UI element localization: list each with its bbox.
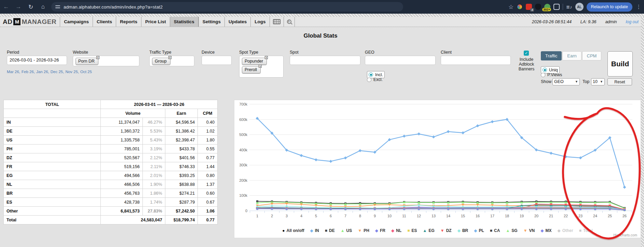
- browser-back-icon[interactable]: ←: [0, 3, 12, 10]
- uniq-label: Uniq: [549, 68, 558, 72]
- tab-price-list[interactable]: Price List: [141, 17, 170, 27]
- table-earn-col: Earn: [165, 109, 198, 118]
- browser-profile-avatar[interactable]: AL: [575, 3, 584, 11]
- cell-geo: US: [4, 136, 101, 145]
- browser-menu-icon[interactable]: ⋮: [635, 4, 642, 10]
- app-logo[interactable]: AD M MANAGER: [0, 17, 60, 27]
- cell-cpm: 1.06: [198, 207, 218, 216]
- legend-item-nl[interactable]: ◆NL: [391, 228, 401, 233]
- mode-earn-button[interactable]: Earn: [562, 51, 581, 60]
- quick-period-link[interactable]: Oct 25: [80, 70, 92, 74]
- server-datetime: 2026-03-26 08:51:44: [532, 19, 572, 24]
- url-text[interactable]: adman.alphatuber.com/admin/index.php?a=s…: [64, 4, 163, 10]
- geo-excl-radio[interactable]: Excl.: [367, 77, 383, 82]
- cell-geo: PH: [4, 145, 101, 153]
- nav-search-button[interactable]: [284, 17, 295, 27]
- spot-type-input[interactable]: PopunderxPrerollx: [239, 56, 284, 78]
- show-select[interactable]: GEO▼: [552, 78, 580, 85]
- show-select-value: GEO: [554, 79, 564, 84]
- cell-volume: 520,567: [101, 153, 142, 162]
- relaunch-to-update-button[interactable]: Relaunch to update: [587, 2, 632, 12]
- quick-period-link[interactable]: Mar 26,: [7, 70, 20, 74]
- tab-reports[interactable]: Reports: [116, 17, 141, 27]
- extension-vpn-icon[interactable]: 302+: [544, 4, 550, 10]
- filter-chip-group[interactable]: Groupx: [152, 58, 170, 65]
- legend-marker-icon: ◆: [391, 229, 394, 233]
- legend-item-us[interactable]: ▲US: [341, 228, 352, 233]
- table-cpm-col: CPM: [198, 109, 218, 118]
- quick-period-link[interactable]: Feb 26,: [22, 70, 35, 74]
- tab-logs[interactable]: Logs: [250, 17, 269, 27]
- legend-item-dz[interactable]: ▼DZ: [440, 228, 452, 233]
- reading-list-icon[interactable]: ≣♪: [566, 4, 572, 10]
- filter-chip-popunder[interactable]: Popunderx: [242, 58, 267, 65]
- legend-item-ca[interactable]: ■CA: [490, 228, 500, 233]
- legend-item-total[interactable]: ■Total: [579, 228, 593, 233]
- legend-item-all-on-off[interactable]: ●All on/off: [282, 228, 304, 233]
- cell-share: 2.12%: [142, 153, 165, 162]
- pviews-radio[interactable]: P.Views: [541, 72, 562, 77]
- tab-settings[interactable]: Settings: [198, 17, 224, 27]
- build-button[interactable]: Build: [607, 51, 633, 77]
- chart-plot-area[interactable]: 0100k200k300k400k500k600k700k12345678910…: [234, 100, 641, 238]
- website-input[interactable]: Porn DRx: [73, 56, 139, 66]
- legend-item-ph[interactable]: ▼PH: [358, 228, 369, 233]
- cell-cpm: 0.40: [198, 118, 218, 127]
- chip-remove-icon[interactable]: x: [265, 56, 268, 59]
- legend-item-es[interactable]: ■ES: [407, 228, 417, 233]
- legend-item-br[interactable]: ◆BR: [457, 228, 468, 233]
- tab-campaigns[interactable]: Campaigns: [60, 17, 93, 27]
- extension-paw-icon[interactable]: [535, 4, 541, 10]
- tab-updates[interactable]: Updates: [224, 17, 250, 27]
- cell-cpm: 1.44: [198, 162, 218, 171]
- browser-home-icon[interactable]: ⌂: [37, 3, 49, 10]
- filter-chip-porn-dr[interactable]: Porn DRx: [76, 58, 98, 65]
- traffic-type-input[interactable]: Groupx: [149, 56, 194, 66]
- svg-text:10: 10: [387, 214, 392, 218]
- chip-remove-icon[interactable]: x: [259, 65, 262, 68]
- quick-period-link[interactable]: Dec 25,: [51, 70, 64, 74]
- top-select[interactable]: 10▼: [591, 78, 605, 85]
- table-row-ph: PH785,0013.19%$433.780.55: [4, 145, 218, 153]
- chip-remove-icon[interactable]: x: [96, 56, 99, 59]
- extension-rainbow-icon[interactable]: [517, 4, 523, 10]
- browser-reload-icon[interactable]: ↻: [25, 3, 37, 11]
- legend-label: EG: [428, 228, 434, 233]
- tab-statistics[interactable]: Statistics: [170, 17, 198, 27]
- chip-remove-icon[interactable]: x: [168, 56, 172, 59]
- bookmark-star-icon[interactable]: ☆: [508, 3, 513, 11]
- mode-cpm-button[interactable]: CPM: [582, 51, 601, 60]
- browser-forward-icon[interactable]: →: [12, 3, 25, 10]
- legend-item-mx[interactable]: ◆MX: [540, 228, 551, 233]
- legend-item-vn[interactable]: ▼VN: [523, 228, 535, 233]
- legend-item-eg[interactable]: ▲EG: [423, 228, 435, 233]
- logout-link[interactable]: log out: [626, 19, 639, 24]
- spot-input[interactable]: [290, 56, 360, 65]
- period-label: Period: [7, 50, 19, 55]
- nav-calculator-button[interactable]: [270, 17, 284, 27]
- tab-clients[interactable]: Clients: [93, 17, 116, 27]
- extensions-puzzle-icon[interactable]: [553, 4, 560, 10]
- period-input[interactable]: 2026-03-01 - 2026-03-26: [7, 56, 67, 65]
- browser-address-bar[interactable]: adman.alphatuber.com/admin/index.php?a=s…: [51, 2, 403, 12]
- legend-item-pl[interactable]: ◆PL: [474, 228, 484, 233]
- legend-item-sg[interactable]: ▲SG: [506, 228, 517, 233]
- legend-item-fr[interactable]: ◆FR: [375, 228, 385, 233]
- site-settings-icon[interactable]: [55, 5, 60, 9]
- geo-input[interactable]: [365, 56, 436, 65]
- mode-traffic-button[interactable]: Traffic: [541, 51, 562, 60]
- quick-period-link[interactable]: Jan 26,: [36, 70, 49, 74]
- filter-chip-preroll[interactable]: Prerollx: [242, 66, 261, 73]
- reset-button[interactable]: Reset: [607, 78, 632, 85]
- legend-item-in[interactable]: ◆IN: [310, 228, 319, 233]
- adblock-checkbox[interactable]: ✓: [524, 51, 529, 56]
- highcharts-credit[interactable]: Highcharts.com: [614, 233, 637, 237]
- device-input[interactable]: [202, 56, 232, 65]
- legend-item-de[interactable]: ■DE: [325, 228, 335, 233]
- legend-marker-icon: ◆: [375, 229, 378, 233]
- client-input[interactable]: [441, 56, 511, 65]
- quick-period-link[interactable]: Nov 25,: [65, 70, 79, 74]
- legend-item-other[interactable]: ◆Other: [557, 228, 573, 233]
- cell-volume: 1,360,372: [101, 127, 142, 136]
- extension-adblock-icon[interactable]: 4: [526, 4, 532, 10]
